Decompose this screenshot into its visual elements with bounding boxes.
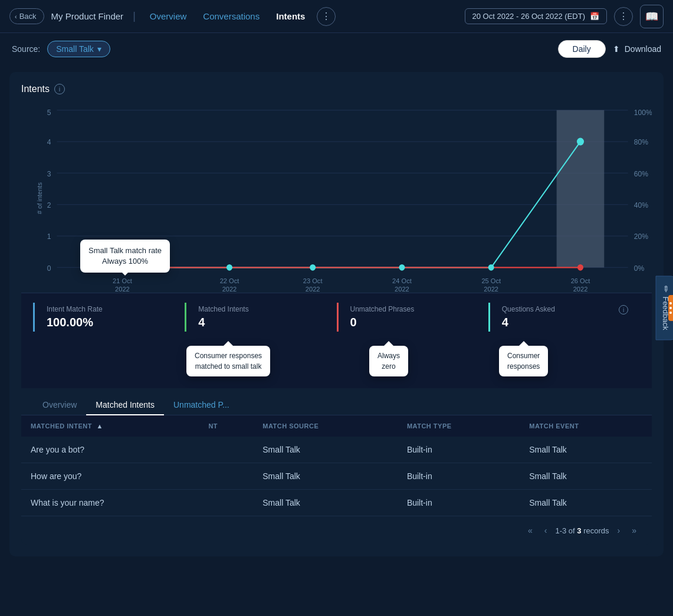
stat-intent-match-rate-value: 100.00% xyxy=(47,316,173,329)
table-row: How are you? Small Talk Built-in Small T… xyxy=(21,463,652,490)
table-row: What is your name? Small Talk Built-in S… xyxy=(21,490,652,516)
svg-text:2022: 2022 xyxy=(222,286,237,293)
cell-nt xyxy=(199,463,253,490)
accent-dot-1 xyxy=(669,302,672,304)
questions-info-icon[interactable]: i xyxy=(619,305,628,314)
tab-unmatched[interactable]: Unmatched P... xyxy=(164,395,239,415)
stat-questions-asked-label: Questions Asked xyxy=(502,305,628,313)
back-button[interactable]: ‹ Back xyxy=(9,8,44,24)
book-icon-button[interactable]: 📖 xyxy=(640,5,664,28)
page-total: 3 xyxy=(577,526,581,535)
dropdown-arrow-icon: ▾ xyxy=(97,44,101,54)
svg-text:26 Oct: 26 Oct xyxy=(571,277,590,284)
date-range-picker[interactable]: 20 Oct 2022 - 26 Oct 2022 (EDT) 📅 xyxy=(465,8,607,24)
svg-text:24 Oct: 24 Oct xyxy=(392,277,412,284)
back-arrow-icon: ‹ xyxy=(15,13,17,20)
svg-text:3: 3 xyxy=(47,169,51,178)
datapoint-3 xyxy=(310,264,316,271)
stat-questions-asked: Questions Asked 4 i xyxy=(488,303,640,332)
bar-26oct xyxy=(557,110,605,268)
svg-text:2022: 2022 xyxy=(115,286,130,293)
col-match-event: MATCH EVENT xyxy=(520,415,652,437)
cell-match-event: Small Talk xyxy=(520,490,652,516)
svg-text:4: 4 xyxy=(47,138,51,146)
datapoint-5 xyxy=(488,264,494,271)
nav-conversations[interactable]: Conversations xyxy=(198,11,264,21)
more-icon: ⋮ xyxy=(321,11,331,22)
chart-title-row: Intents i xyxy=(21,84,652,94)
sort-arrow-icon: ▲ xyxy=(97,422,103,430)
stats-row: Intent Match Rate 100.00% Matched Intent… xyxy=(21,293,652,341)
daily-button[interactable]: Daily xyxy=(558,40,606,58)
svg-text:5: 5 xyxy=(47,109,51,117)
stat-unmatched-phrases-label: Unmatched Phrases xyxy=(350,305,477,313)
col-match-source: MATCH SOURCE xyxy=(253,415,398,437)
pagination-row: « ‹ 1-3 of 3 records › » xyxy=(21,516,652,545)
tooltip1-line2: matched to small talk xyxy=(195,362,262,371)
svg-text:20%: 20% xyxy=(634,232,648,241)
stat-unmatched-phrases-value: 0 xyxy=(350,316,477,329)
source-value: Small Talk xyxy=(56,44,94,54)
cell-match-source: Small Talk xyxy=(253,490,398,516)
prev-page-button[interactable]: ‹ xyxy=(541,523,551,538)
datapoint-2 xyxy=(226,264,232,271)
cell-match-event: Small Talk xyxy=(520,437,652,463)
col-nt: NT xyxy=(199,415,253,437)
svg-text:100%: 100% xyxy=(634,109,652,117)
tooltip2-line2: zero xyxy=(382,362,395,371)
tooltip2-line1: Always xyxy=(377,352,400,360)
intents-table: MATCHED INTENT ▲ NT MATCH SOURCE MATCH T… xyxy=(21,415,652,516)
tab-matched-intents[interactable]: Matched Intents xyxy=(86,395,164,415)
last-page-button[interactable]: » xyxy=(628,523,640,538)
app-title: My Product Finder xyxy=(51,11,124,21)
first-page-button[interactable]: « xyxy=(524,523,536,538)
side-accent-bar xyxy=(668,295,673,321)
svg-text:2022: 2022 xyxy=(306,286,320,293)
stat-matched-intents: Matched Intents 4 xyxy=(185,303,336,332)
svg-text:1: 1 xyxy=(47,232,51,241)
more-options-button[interactable]: ⋮ xyxy=(317,7,336,26)
cell-matched-intent: How are you? xyxy=(21,463,199,490)
unmatched-tooltip: Always zero xyxy=(369,346,408,376)
stat-intent-match-rate: Intent Match Rate 100.00% xyxy=(33,303,185,332)
cell-match-event: Small Talk xyxy=(520,463,652,490)
table-header-row: MATCHED INTENT ▲ NT MATCH SOURCE MATCH T… xyxy=(21,415,652,437)
page-range: 1-3 xyxy=(555,526,566,535)
cell-match-type: Built-in xyxy=(398,437,520,463)
svg-text:23 Oct: 23 Oct xyxy=(303,277,323,284)
table-header: MATCHED INTENT ▲ NT MATCH SOURCE MATCH T… xyxy=(21,415,652,437)
datapoint-4 xyxy=(399,264,405,271)
y-axis-label: # of intents xyxy=(36,182,43,214)
table-container: MATCHED INTENT ▲ NT MATCH SOURCE MATCH T… xyxy=(21,415,652,545)
tooltip1-line1: Consumer responses xyxy=(195,352,262,360)
source-dropdown[interactable]: Small Talk ▾ xyxy=(47,41,110,57)
svg-text:60%: 60% xyxy=(634,169,648,178)
secondary-more-button[interactable]: ⋮ xyxy=(614,7,633,26)
nav-overview[interactable]: Overview xyxy=(145,11,192,21)
source-bar: Source: Small Talk ▾ Daily ⬆ Download xyxy=(0,33,673,65)
stat-questions-asked-value: 4 xyxy=(502,316,628,329)
cell-matched-intent: What is your name? xyxy=(21,490,199,516)
svg-text:22 Oct: 22 Oct xyxy=(220,277,239,284)
cell-match-type: Built-in xyxy=(398,490,520,516)
stat-matched-intents-value: 4 xyxy=(198,316,324,329)
chart-info-icon[interactable]: i xyxy=(54,84,65,94)
stat-matched-intents-label: Matched Intents xyxy=(198,305,324,313)
tabs-row: Overview Matched Intents Unmatched P... xyxy=(21,388,652,415)
page-info: 1-3 of 3 records xyxy=(555,526,609,535)
svg-text:21 Oct: 21 Oct xyxy=(113,277,132,284)
download-button[interactable]: ⬆ Download xyxy=(613,44,661,54)
source-label: Source: xyxy=(12,44,40,54)
col-matched-intent[interactable]: MATCHED INTENT ▲ xyxy=(21,415,199,437)
book-icon: 📖 xyxy=(645,10,658,23)
calendar-icon: 📅 xyxy=(590,12,599,21)
svg-text:0%: 0% xyxy=(634,264,644,272)
cell-matched-intent: Are you a bot? xyxy=(21,437,199,463)
svg-text:2: 2 xyxy=(47,201,51,209)
cell-nt xyxy=(199,437,253,463)
nav-intents[interactable]: Intents xyxy=(271,11,310,21)
tab-overview[interactable]: Overview xyxy=(33,395,86,415)
next-page-button[interactable]: › xyxy=(614,523,624,538)
download-label: Download xyxy=(625,44,661,54)
cell-match-type: Built-in xyxy=(398,463,520,490)
